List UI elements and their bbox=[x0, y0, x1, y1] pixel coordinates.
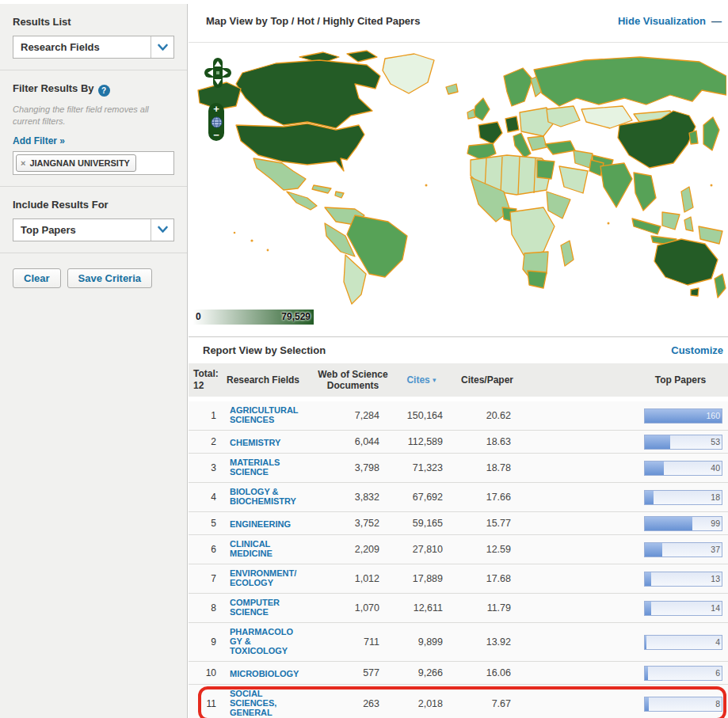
customize-link[interactable]: Customize bbox=[671, 344, 723, 356]
top-papers-value: 40 bbox=[711, 462, 720, 475]
top-papers-cell: 14 bbox=[522, 601, 728, 616]
save-criteria-button[interactable]: Save Criteria bbox=[67, 268, 153, 288]
research-field-link[interactable]: ENGINEERING bbox=[230, 519, 299, 529]
region-oceania bbox=[654, 239, 726, 298]
column-header-wos-documents[interactable]: Web of Science Documents bbox=[315, 369, 391, 392]
row-rank: 4 bbox=[189, 492, 227, 503]
top-papers-bar-fill bbox=[645, 636, 646, 649]
research-field-link[interactable]: COMPUTER SCIENCE bbox=[230, 598, 299, 617]
wos-documents-value: 6,044 bbox=[315, 436, 391, 447]
research-field-link[interactable]: PHARMACOLOGY & TOXICOLOGY bbox=[230, 627, 299, 655]
table-row: 2 CHEMISTRY 6,044 112,589 18.63 53 bbox=[189, 431, 728, 454]
wos-documents-value: 577 bbox=[315, 667, 391, 678]
filter-field[interactable]: × JIANGNAN UNIVERSITY bbox=[13, 151, 174, 175]
top-papers-value: 160 bbox=[706, 409, 720, 423]
report-header: Report View by Selection Customize bbox=[189, 337, 728, 363]
include-results-value: Top Papers bbox=[13, 224, 151, 236]
include-results-dropdown[interactable]: Top Papers bbox=[13, 218, 174, 241]
research-field-link[interactable]: SOCIAL SCIENCES, GENERAL bbox=[230, 689, 299, 717]
column-header-cites-per-paper[interactable]: Cites/Paper bbox=[452, 374, 522, 386]
field-cell: ENVIRONMENT/ECOLOGY bbox=[227, 564, 315, 593]
research-field-link[interactable]: CLINICAL MEDICINE bbox=[230, 539, 299, 558]
top-papers-value: 4 bbox=[715, 636, 720, 649]
add-filter-link[interactable]: Add Filter » bbox=[13, 135, 65, 146]
cites-per-paper-value: 17.68 bbox=[452, 573, 522, 584]
map-header: Map View by Top / Hot / Highly Cited Pap… bbox=[189, 0, 728, 43]
filter-note: Changing the filter field removes all cu… bbox=[13, 104, 155, 127]
total-count: Total: 12 bbox=[189, 368, 227, 392]
field-cell: AGRICULTURAL SCIENCES bbox=[227, 401, 315, 430]
table-row: 7 ENVIRONMENT/ECOLOGY 1,012 17,889 17.68… bbox=[189, 564, 728, 594]
results-list-heading: Results List bbox=[13, 16, 174, 28]
collapse-icon: — bbox=[711, 15, 722, 27]
cites-per-paper-value: 16.06 bbox=[452, 667, 522, 678]
hide-visualization-link[interactable]: Hide Visualization — bbox=[618, 15, 722, 27]
wos-documents-value: 7,284 bbox=[315, 410, 391, 421]
table-row: 5 ENGINEERING 3,752 59,165 15.77 99 bbox=[189, 512, 728, 535]
top-papers-cell: 4 bbox=[522, 635, 728, 650]
top-papers-cell: 99 bbox=[522, 516, 728, 531]
legend-min-value: 0 bbox=[196, 311, 201, 322]
zoom-in-button[interactable]: + bbox=[213, 104, 219, 113]
chevron-down-icon bbox=[151, 36, 173, 58]
row-rank: 6 bbox=[189, 544, 227, 555]
main-panel: Map View by Top / Hot / Highly Cited Pap… bbox=[189, 0, 728, 718]
map-view-title: Map View by Top / Hot / Highly Cited Pap… bbox=[206, 15, 420, 27]
wos-documents-value: 2,209 bbox=[315, 544, 391, 555]
field-cell: PHARMACOLOGY & TOXICOLOGY bbox=[227, 623, 315, 661]
globe-icon[interactable] bbox=[211, 116, 223, 128]
top-papers-value: 13 bbox=[711, 572, 720, 586]
table-row: 1 AGRICULTURAL SCIENCES 7,284 150,164 20… bbox=[189, 401, 728, 431]
help-icon[interactable]: ? bbox=[98, 85, 110, 97]
column-header-cites-sorted[interactable]: Cites ▾ bbox=[391, 374, 452, 386]
row-rank: 10 bbox=[189, 667, 227, 678]
top-papers-bar-fill bbox=[645, 491, 654, 504]
map-pan-control[interactable] bbox=[204, 57, 232, 92]
cites-value: 27,810 bbox=[391, 544, 452, 555]
cites-value: 12,611 bbox=[391, 602, 452, 614]
cites-per-paper-value: 17.66 bbox=[452, 492, 522, 503]
cites-value: 17,889 bbox=[391, 573, 452, 584]
field-cell: CHEMISTRY bbox=[227, 431, 315, 453]
research-field-link[interactable]: BIOLOGY & BIOCHEMISTRY bbox=[230, 487, 299, 506]
top-papers-value: 8 bbox=[715, 697, 720, 711]
row-rank: 5 bbox=[189, 518, 227, 529]
field-cell: SOCIAL SCIENCES, GENERAL bbox=[227, 685, 315, 718]
clear-button[interactable]: Clear bbox=[13, 268, 61, 288]
row-rank: 3 bbox=[189, 462, 227, 473]
top-papers-value: 37 bbox=[711, 543, 720, 557]
row-rank: 7 bbox=[189, 573, 227, 584]
top-papers-bar-fill bbox=[645, 572, 651, 586]
top-papers-value: 18 bbox=[711, 491, 720, 504]
top-papers-cell: 18 bbox=[522, 490, 728, 505]
results-list-dropdown[interactable]: Research Fields bbox=[13, 36, 174, 59]
row-rank: 8 bbox=[189, 602, 227, 614]
research-field-link[interactable]: AGRICULTURAL SCIENCES bbox=[230, 405, 299, 424]
top-papers-bar: 13 bbox=[644, 572, 722, 587]
include-results-section: Include Results For Top Papers bbox=[0, 187, 187, 253]
research-field-link[interactable]: CHEMISTRY bbox=[230, 438, 299, 447]
top-papers-cell: 6 bbox=[522, 666, 728, 681]
top-papers-value: 6 bbox=[715, 667, 720, 680]
map-pan-icon bbox=[204, 57, 232, 89]
research-field-link[interactable]: MATERIALS SCIENCE bbox=[230, 458, 299, 477]
table-row: 8 COMPUTER SCIENCE 1,070 12,611 11.79 14 bbox=[189, 594, 728, 623]
column-header-research-fields[interactable]: Research Fields bbox=[227, 374, 315, 386]
column-header-top-papers[interactable]: Top Papers bbox=[522, 374, 728, 386]
top-papers-cell: 160 bbox=[522, 408, 728, 424]
remove-filter-icon[interactable]: × bbox=[21, 158, 25, 168]
zoom-out-button[interactable]: − bbox=[213, 131, 219, 139]
research-field-link[interactable]: MICROBIOLOGY bbox=[230, 669, 299, 678]
field-cell: MATERIALS SCIENCE bbox=[227, 454, 315, 482]
research-field-link[interactable]: ENVIRONMENT/ECOLOGY bbox=[230, 568, 299, 587]
wos-documents-value: 1,012 bbox=[315, 573, 391, 584]
world-choropleth-map[interactable] bbox=[189, 43, 726, 307]
top-papers-bar: 6 bbox=[644, 666, 722, 681]
wos-documents-value: 3,832 bbox=[315, 492, 391, 503]
top-papers-bar: 4 bbox=[644, 635, 722, 650]
esi-app: Results List Research Fields Filter Resu… bbox=[0, 0, 728, 718]
region-asia bbox=[589, 111, 722, 245]
map-zoom-control[interactable]: + − bbox=[208, 103, 224, 141]
top-papers-bar: 14 bbox=[644, 601, 722, 616]
total-value: 12 bbox=[193, 380, 227, 392]
